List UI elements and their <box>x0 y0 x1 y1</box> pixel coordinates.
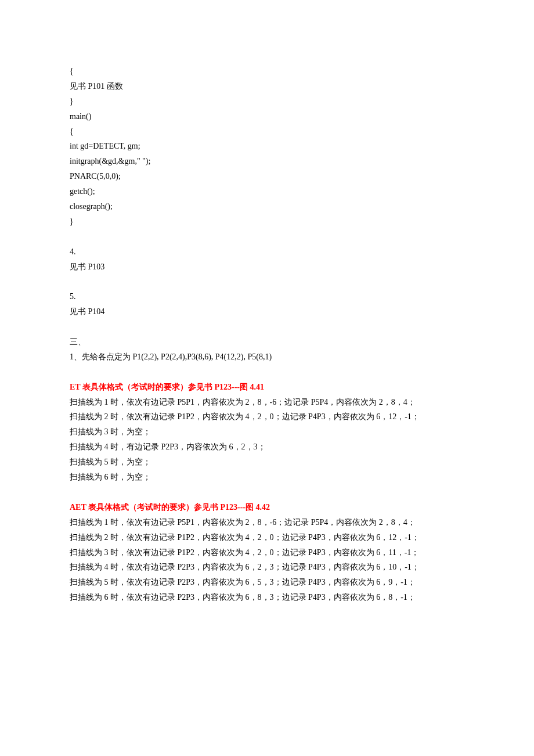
aet-scanline-3: 扫描线为 3 时，依次有边记录 P1P2，内容依次为 4，2，0；边记录 P4P… <box>70 545 464 560</box>
spacer <box>70 229 464 244</box>
point-definition: 1、先给各点定为 P1(2,2), P2(2,4),P3(8,6), P4(12… <box>70 350 464 365</box>
code-line: int gd=DETECT, gm; <box>70 139 464 154</box>
section-reference: 见书 P104 <box>70 304 464 319</box>
aet-scanline-5: 扫描线为 5 时，依次有边记录 P2P3，内容依次为 6，5，3；边记录 P4P… <box>70 575 464 590</box>
code-line: { <box>70 64 464 79</box>
section-reference: 见书 P103 <box>70 260 464 275</box>
et-scanline-1: 扫描线为 1 时，依次有边记录 P5P1，内容依次为 2，8，-6；边记录 P5… <box>70 395 464 410</box>
et-scanline-3: 扫描线为 3 时，为空； <box>70 424 464 440</box>
code-line: closegraph(); <box>70 199 464 214</box>
spacer <box>70 319 464 334</box>
code-line: PNARC(5,0,0); <box>70 169 464 184</box>
aet-table-heading: AET 表具体格式（考试时的要求）参见书 P123---图 4.42 <box>70 500 464 515</box>
code-line: getch(); <box>70 184 464 199</box>
spacer <box>70 485 464 500</box>
code-line: 见书 P101 函数 <box>70 79 464 94</box>
et-table-heading: ET 表具体格式（考试时的要求）参见书 P123---图 4.41 <box>70 380 464 395</box>
section-number: 5. <box>70 289 464 304</box>
aet-scanline-1: 扫描线为 1 时，依次有边记录 P5P1，内容依次为 2，8，-6；边记录 P5… <box>70 515 464 530</box>
aet-scanline-2: 扫描线为 2 时，依次有边记录 P1P2，内容依次为 4，2，0；边记录 P4P… <box>70 530 464 545</box>
code-line: main() <box>70 109 464 124</box>
spacer <box>70 365 464 380</box>
section-heading: 三、 <box>70 334 464 350</box>
aet-scanline-4: 扫描线为 4 时，依次有边记录 P2P3，内容依次为 6，2，3；边记录 P4P… <box>70 560 464 575</box>
et-scanline-5: 扫描线为 5 时，为空； <box>70 455 464 470</box>
code-line: initgraph(&gd,&gm," "); <box>70 154 464 169</box>
code-line: } <box>70 94 464 109</box>
et-scanline-4: 扫描线为 4 时，有边记录 P2P3，内容依次为 6，2，3； <box>70 440 464 455</box>
et-scanline-6: 扫描线为 6 时，为空； <box>70 470 464 485</box>
code-line: } <box>70 214 464 229</box>
spacer <box>70 274 464 289</box>
aet-scanline-6: 扫描线为 6 时，依次有边记录 P2P3，内容依次为 6，8，3；边记录 P4P… <box>70 590 464 605</box>
et-scanline-2: 扫描线为 2 时，依次有边记录 P1P2，内容依次为 4，2，0；边记录 P4P… <box>70 409 464 424</box>
code-line: { <box>70 124 464 139</box>
section-number: 4. <box>70 244 464 260</box>
